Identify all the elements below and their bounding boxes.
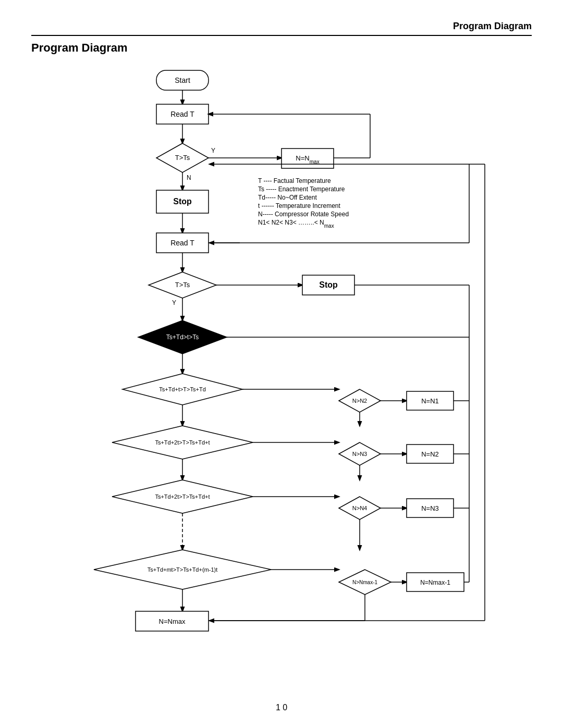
- ts-td-mt-T-label: Ts+Td+mt>T>Ts+Td+(m-1)t: [148, 566, 217, 573]
- read-t-2-label: Read T: [170, 239, 194, 247]
- header-title: Program Diagram: [31, 21, 532, 36]
- y-label-1: Y: [211, 147, 215, 154]
- n-label-1: N: [187, 174, 191, 181]
- ts-td-t-gt-ts-label: Ts+Td>t>Ts: [166, 334, 199, 341]
- page-number: 1 0: [0, 703, 563, 712]
- n-eq-nmax-bottom-label: N=Nmax: [159, 618, 186, 625]
- legend-line-4: t ------ Temperature Increment: [258, 202, 340, 209]
- n-gt-nmax1-label: N>Nmax-1: [352, 579, 378, 585]
- n-gt-n3-label: N>N3: [352, 451, 367, 457]
- n-eq-n2-label: N=N2: [421, 450, 439, 458]
- legend-line-3: Td----- No~Off Extent: [258, 194, 317, 201]
- stop-2-label: Stop: [319, 280, 338, 289]
- start-label: Start: [175, 76, 190, 84]
- n-gt-n2-label: N>N2: [352, 398, 367, 404]
- t-gt-ts-2-label: T>Ts: [175, 281, 190, 289]
- n-eq-nmax1-label: N=Nmax-1: [420, 579, 450, 586]
- page-title: Program Diagram: [31, 41, 532, 55]
- ts-td-t-T-label: Ts+Td+t>T>Ts+Td: [159, 386, 206, 392]
- legend-line-5: N----- Compressor Rotate Speed: [258, 211, 349, 218]
- n-gt-n4-label: N>N4: [352, 505, 367, 511]
- legend-line-1: T ---- Factual Temperature: [258, 177, 331, 184]
- read-t-1-label: Read T: [170, 110, 194, 118]
- legend-line-2: Ts ----- Enactment Temperature: [258, 186, 345, 193]
- ts-td-2t-T-2-label: Ts+Td+2t>T>Ts+Td+t: [155, 493, 210, 500]
- n-eq-n1-label: N=N1: [421, 397, 439, 405]
- n-eq-n3-label: N=N3: [421, 504, 439, 512]
- t-gt-ts-1-label: T>Ts: [175, 154, 190, 162]
- stop-1-label: Stop: [173, 197, 192, 206]
- y-label-2: Y: [172, 299, 176, 306]
- page: Program Diagram Program Diagram Start Re…: [0, 0, 563, 728]
- ts-td-2t-T-label: Ts+Td+2t>T>Ts+Td+t: [155, 439, 210, 446]
- diagram-container: Start Read T T>Ts Y N=Nmax N: [31, 65, 532, 664]
